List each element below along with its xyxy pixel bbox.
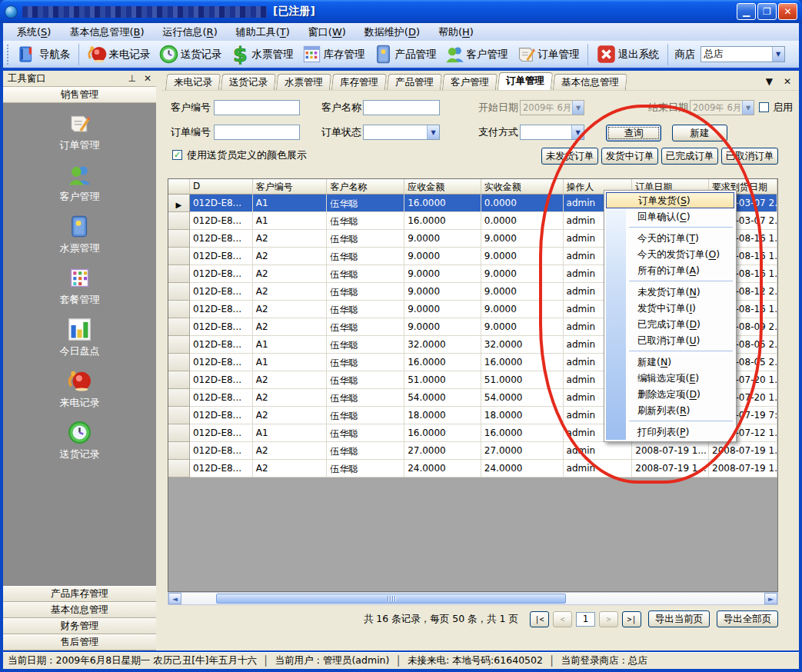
- context-menu-item-未发货订单[interactable]: 未发货订单(N): [627, 284, 734, 300]
- query-button[interactable]: 查询: [606, 125, 661, 141]
- customer-name-input[interactable]: [363, 100, 440, 115]
- table-cell: 9.0000: [404, 301, 481, 318]
- maximize-button[interactable]: ❐: [757, 3, 777, 20]
- horizontal-scrollbar[interactable]: ◄ ►: [168, 592, 778, 605]
- chevron-down-icon[interactable]: ▼: [772, 47, 784, 62]
- scrollbar-thumb[interactable]: [216, 594, 566, 604]
- store-combo[interactable]: 总店 ▼: [701, 46, 785, 62]
- pin-icon[interactable]: ⊥: [128, 73, 135, 84]
- context-menu-item-编辑选定项[interactable]: 编辑选定项(E): [627, 370, 734, 386]
- column-header[interactable]: 客户名称: [327, 179, 404, 195]
- tab-基本信息管理[interactable]: 基本信息管理: [553, 74, 627, 90]
- chevron-down-icon[interactable]: ▼: [742, 101, 754, 115]
- status-filter-button-3[interactable]: 已取消订单: [721, 148, 778, 165]
- next-page-button[interactable]: >: [599, 611, 618, 627]
- close-button[interactable]: ✕: [778, 3, 797, 20]
- context-menu-item-新建[interactable]: 新建(N): [627, 354, 734, 370]
- scroll-right-icon[interactable]: ►: [764, 593, 777, 604]
- pay-method-combo[interactable]: ▼: [520, 125, 584, 140]
- context-menu-item-订单发货[interactable]: 订单发货(S): [606, 192, 734, 208]
- tab-订单管理[interactable]: 订单管理: [498, 72, 553, 90]
- toolbar-button-navigator-book[interactable]: 导航条: [13, 42, 75, 66]
- column-header[interactable]: D: [190, 179, 253, 195]
- chevron-down-icon[interactable]: ▼: [427, 125, 439, 139]
- close-icon[interactable]: ✕: [144, 73, 151, 84]
- sidebar-item-order-scroll[interactable]: 订单管理: [60, 111, 100, 152]
- export-current-page-button[interactable]: 导出当前页: [648, 610, 710, 627]
- end-date-picker[interactable]: 2009年 6月 8日 ▼: [690, 100, 754, 115]
- tab-close-icon[interactable]: ✕: [784, 76, 791, 87]
- context-menu-item-已取消订单[interactable]: 已取消订单(U): [627, 332, 734, 348]
- column-header[interactable]: 客户编号: [253, 179, 328, 195]
- column-header[interactable]: 应收金额: [404, 179, 481, 195]
- table-row[interactable]: 012D-E8...A2伍华聪27.000027.0000admin2008-0…: [168, 442, 777, 460]
- toolbar-button-exit-x[interactable]: 退出系统: [592, 42, 664, 66]
- menu-item-S[interactable]: 系统(S): [9, 24, 58, 41]
- color-display-checkbox[interactable]: ✓: [172, 150, 182, 160]
- sidebar-group-bar[interactable]: 售后管理: [3, 634, 156, 650]
- customer-no-input[interactable]: [214, 100, 300, 115]
- toolbar-button-order-scroll[interactable]: 订单管理: [512, 42, 584, 66]
- context-menu-item-今天的发货订单[interactable]: 今天的发货订单(O): [627, 246, 734, 262]
- toolbar-button-call-bell[interactable]: 来电记录: [83, 42, 155, 66]
- start-date-picker[interactable]: 2009年 6月 8日 ▼: [520, 100, 584, 115]
- column-header[interactable]: [168, 179, 190, 195]
- context-menu-item-刷新列表[interactable]: 刷新列表(R): [627, 402, 734, 418]
- context-menu-item-所有的订单[interactable]: 所有的订单(A): [627, 262, 734, 278]
- context-menu-item-删除选定项[interactable]: 删除选定项(D): [627, 386, 734, 402]
- order-status-combo[interactable]: ▼: [363, 125, 440, 140]
- toolbar-button-dollar[interactable]: $水票管理: [226, 42, 298, 66]
- menu-item-R[interactable]: 运行信息(R): [155, 24, 225, 41]
- status-filter-button-0[interactable]: 未发货订单: [541, 148, 598, 165]
- order-no-input[interactable]: [214, 125, 300, 140]
- context-menu-item-回单确认[interactable]: 回单确认(C): [627, 208, 734, 225]
- menu-item-D[interactable]: 数据维护(D): [357, 24, 428, 41]
- toolbar-grip[interactable]: [7, 45, 11, 65]
- sidebar-item-today-chart[interactable]: 今日盘点: [60, 317, 100, 358]
- context-menu-item-发货中订单[interactable]: 发货中订单(I): [627, 300, 734, 316]
- menu-item-H[interactable]: 帮助(H): [431, 24, 481, 41]
- prev-page-button[interactable]: <: [553, 611, 572, 627]
- context-menu-item-今天的订单[interactable]: 今天的订单(T): [627, 230, 734, 246]
- first-page-button[interactable]: |<: [530, 611, 549, 627]
- chevron-down-icon[interactable]: ▼: [571, 125, 584, 139]
- tab-scroll-down-icon[interactable]: ▼: [766, 76, 773, 87]
- menu-item-W[interactable]: 窗口(W): [301, 24, 354, 41]
- sidebar-item-delivery-clock[interactable]: 送货记录: [60, 420, 100, 461]
- page-number-input[interactable]: 1: [576, 612, 595, 627]
- tab-来电记录[interactable]: 来电记录: [165, 74, 221, 90]
- new-button[interactable]: 新建: [672, 125, 727, 141]
- tab-客户管理[interactable]: 客户管理: [442, 74, 498, 90]
- chevron-down-icon[interactable]: ▼: [572, 101, 584, 115]
- sidebar-group-bar[interactable]: 基本信息管理: [3, 602, 156, 618]
- minimize-button[interactable]: ▁: [737, 3, 756, 20]
- status-filter-button-2[interactable]: 已完成订单: [661, 148, 718, 165]
- status-filter-button-1[interactable]: 发货中订单: [601, 148, 658, 165]
- toolbar-button-customer-people[interactable]: 客户管理: [441, 42, 512, 66]
- toolbar-button-product-book[interactable]: 产品管理: [369, 42, 441, 66]
- sidebar-item-water-card[interactable]: 水票管理: [60, 214, 100, 255]
- context-menu-item-已完成订单[interactable]: 已完成订单(D): [627, 316, 734, 332]
- last-page-button[interactable]: >|: [622, 611, 641, 627]
- sidebar-group-bar[interactable]: 财务管理: [3, 618, 156, 634]
- sidebar-item-customer-people[interactable]: 客户管理: [60, 162, 100, 204]
- menu-item-B[interactable]: 基本信息管理(B): [62, 24, 151, 41]
- column-header[interactable]: 实收金额: [481, 179, 564, 195]
- sidebar-splitter[interactable]: [156, 71, 161, 650]
- tab-水票管理[interactable]: 水票管理: [276, 74, 331, 90]
- sidebar-group-bar[interactable]: 产品库存管理: [3, 586, 156, 602]
- sidebar-item-package-grid[interactable]: 套餐管理: [60, 265, 100, 307]
- tab-库存管理[interactable]: 库存管理: [331, 74, 387, 90]
- scroll-left-icon[interactable]: ◄: [168, 593, 181, 604]
- tab-送货记录[interactable]: 送货记录: [221, 74, 276, 90]
- enable-checkbox[interactable]: [759, 102, 769, 112]
- toolbar-button-delivery-clock[interactable]: 送货记录: [155, 42, 226, 66]
- tab-产品管理[interactable]: 产品管理: [387, 74, 442, 90]
- context-menu-item-打印列表[interactable]: 打印列表(P): [627, 424, 734, 440]
- export-all-pages-button[interactable]: 导出全部页: [717, 610, 778, 627]
- table-row[interactable]: 012D-E8...A2伍华聪24.000024.0000admin2008-0…: [168, 460, 777, 477]
- sidebar-item-call-bell[interactable]: 来电记录: [60, 368, 100, 410]
- toolbar-button-inventory-grid[interactable]: 库存管理: [298, 42, 369, 66]
- menu-item-T[interactable]: 辅助工具(T): [228, 24, 298, 41]
- sidebar-group-sales[interactable]: 销售管理: [3, 87, 156, 103]
